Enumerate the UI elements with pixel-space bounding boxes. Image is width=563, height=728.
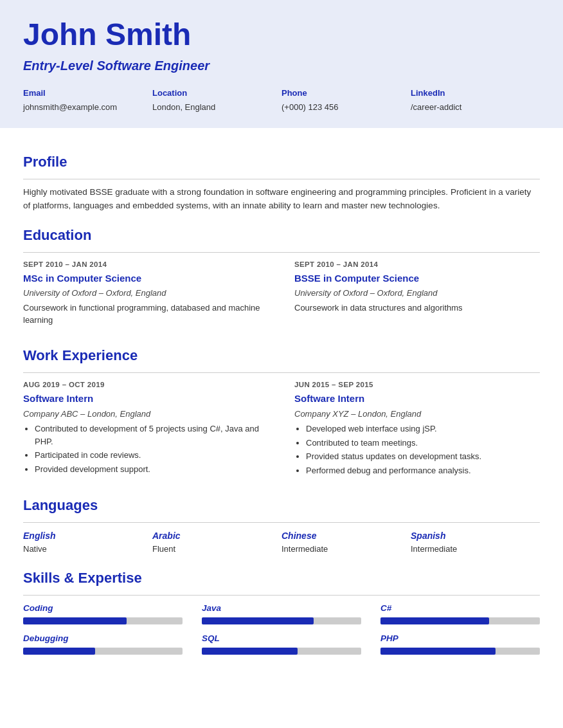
skill-col-2: Java SQL xyxy=(202,602,361,663)
list-item: Developed web interface using jSP. xyxy=(306,423,540,435)
list-item: Participated in code reviews. xyxy=(35,449,269,462)
languages-section: Languages English Native Arabic Fluent C… xyxy=(23,495,540,556)
edu-institution-0: University of Oxford – Oxford, England xyxy=(23,287,269,300)
location-label: Location xyxy=(152,87,282,100)
lang-level-english: Native xyxy=(23,543,152,556)
skills-title: Skills & Expertise xyxy=(23,567,540,588)
skill-fill-java xyxy=(202,617,314,624)
education-divider xyxy=(23,252,540,253)
skills-grid: Coding Debugging Java SQL xyxy=(23,602,540,663)
lang-name-arabic: Arabic xyxy=(152,529,282,543)
lang-level-arabic: Fluent xyxy=(152,543,282,556)
contact-row: Email johnsmith@example.com Location Lon… xyxy=(23,87,540,114)
work-title: Work Experience xyxy=(23,345,540,366)
work-company-0: Company ABC – London, England xyxy=(23,408,269,421)
education-item-1: SEPT 2010 – JAN 2014 BSSE in Computer Sc… xyxy=(294,259,540,314)
skill-fill-sql xyxy=(202,648,298,655)
skill-bar-coding xyxy=(23,617,183,624)
education-section: Education SEPT 2010 – JAN 2014 MSc in Co… xyxy=(23,224,540,333)
languages-divider xyxy=(23,522,540,523)
phone-value: (+000) 123 456 xyxy=(282,101,411,114)
linkedin-label: LinkedIn xyxy=(411,87,540,100)
list-item: Contributed to team meetings. xyxy=(306,437,540,450)
skills-divider xyxy=(23,595,540,596)
edu-desc-1: Coursework in data structures and algori… xyxy=(294,302,540,314)
list-item: Performed debug and performance analysis… xyxy=(306,464,540,477)
work-job-title-1: Software Intern xyxy=(294,392,540,406)
work-col-left: AUG 2019 – OCT 2019 Software Intern Comp… xyxy=(23,379,269,483)
edu-desc-0: Coursework in functional programming, da… xyxy=(23,302,269,327)
work-list-1: Developed web interface using jSP. Contr… xyxy=(294,423,540,477)
skill-bar-sql xyxy=(202,648,361,655)
edu-degree-0: MSc in Computer Science xyxy=(23,271,269,286)
lang-name-spanish: Spanish xyxy=(411,529,540,543)
skill-fill-coding xyxy=(23,617,127,624)
skill-name-php: PHP xyxy=(380,632,540,645)
skill-fill-debugging xyxy=(23,648,95,655)
profile-divider xyxy=(23,179,540,179)
work-item-1: JUN 2015 – SEP 2015 Software Intern Comp… xyxy=(294,379,540,477)
location-value: London, England xyxy=(152,101,282,114)
skill-name-java: Java xyxy=(202,602,361,615)
work-divider xyxy=(23,372,540,373)
resume-container: John Smith Entry-Level Software Engineer… xyxy=(0,0,563,728)
lang-english: English Native xyxy=(23,529,152,556)
profile-title: Profile xyxy=(23,151,540,172)
header-section: John Smith Entry-Level Software Engineer… xyxy=(0,0,563,128)
work-col-right: JUN 2015 – SEP 2015 Software Intern Comp… xyxy=(294,379,540,483)
contact-location: Location London, England xyxy=(152,87,282,114)
skill-col-3: C# PHP xyxy=(380,602,540,663)
lang-chinese: Chinese Intermediate xyxy=(282,529,411,556)
contact-email: Email johnsmith@example.com xyxy=(23,87,152,114)
work-date-0: AUG 2019 – OCT 2019 xyxy=(23,379,269,390)
lang-level-chinese: Intermediate xyxy=(282,543,411,556)
profile-section: Profile Highly motivated BSSE graduate w… xyxy=(23,151,540,213)
skill-name-csharp: C# xyxy=(380,602,540,615)
education-col-left: SEPT 2010 – JAN 2014 MSc in Computer Sci… xyxy=(23,259,269,333)
linkedin-value: /career-addict xyxy=(411,101,540,114)
lang-name-chinese: Chinese xyxy=(282,529,411,543)
work-date-1: JUN 2015 – SEP 2015 xyxy=(294,379,540,390)
skills-section: Skills & Expertise Coding Debugging Java xyxy=(23,567,540,663)
work-item-0: AUG 2019 – OCT 2019 Software Intern Comp… xyxy=(23,379,269,475)
education-item-0: SEPT 2010 – JAN 2014 MSc in Computer Sci… xyxy=(23,259,269,327)
lang-name-english: English xyxy=(23,529,152,543)
edu-institution-1: University of Oxford – Oxford, England xyxy=(294,287,540,300)
list-item: Provided status updates on development t… xyxy=(306,450,540,463)
skill-bar-java xyxy=(202,617,361,624)
phone-label: Phone xyxy=(282,87,411,100)
contact-phone: Phone (+000) 123 456 xyxy=(282,87,411,114)
work-columns: AUG 2019 – OCT 2019 Software Intern Comp… xyxy=(23,379,540,483)
edu-date-1: SEPT 2010 – JAN 2014 xyxy=(294,259,540,270)
education-col-right: SEPT 2010 – JAN 2014 BSSE in Computer Sc… xyxy=(294,259,540,333)
main-content: Profile Highly motivated BSSE graduate w… xyxy=(0,128,563,686)
edu-date-0: SEPT 2010 – JAN 2014 xyxy=(23,259,269,270)
skill-bar-csharp xyxy=(380,617,540,624)
skill-fill-php xyxy=(380,648,496,655)
work-list-0: Contributed to development of 5 projects… xyxy=(23,423,269,475)
skill-name-coding: Coding xyxy=(23,602,183,615)
skill-name-debugging: Debugging xyxy=(23,632,183,645)
skill-fill-csharp xyxy=(380,617,489,624)
job-title: Entry-Level Software Engineer xyxy=(23,56,540,75)
languages-grid: English Native Arabic Fluent Chinese Int… xyxy=(23,529,540,556)
skill-bar-debugging xyxy=(23,648,183,655)
email-value: johnsmith@example.com xyxy=(23,101,152,114)
education-columns: SEPT 2010 – JAN 2014 MSc in Computer Sci… xyxy=(23,259,540,333)
list-item: Provided development support. xyxy=(35,463,269,476)
lang-spanish: Spanish Intermediate xyxy=(411,529,540,556)
education-title: Education xyxy=(23,224,540,246)
languages-title: Languages xyxy=(23,495,540,516)
contact-linkedin: LinkedIn /career-addict xyxy=(411,87,540,114)
skill-bar-php xyxy=(380,648,540,655)
lang-arabic: Arabic Fluent xyxy=(152,529,282,556)
edu-degree-1: BSSE in Computer Science xyxy=(294,271,540,286)
skill-col-1: Coding Debugging xyxy=(23,602,183,663)
list-item: Contributed to development of 5 projects… xyxy=(35,423,269,448)
profile-text: Highly motivated BSSE graduate with a st… xyxy=(23,186,540,213)
name: John Smith xyxy=(23,18,540,52)
email-label: Email xyxy=(23,87,152,100)
work-job-title-0: Software Intern xyxy=(23,392,269,406)
skill-name-sql: SQL xyxy=(202,632,361,645)
work-company-1: Company XYZ – London, England xyxy=(294,408,540,421)
